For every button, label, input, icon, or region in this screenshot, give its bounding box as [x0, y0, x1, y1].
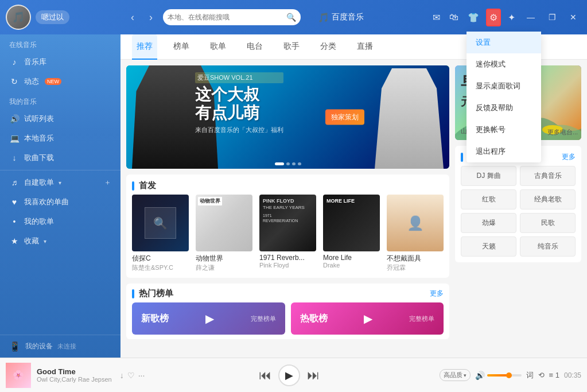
- new-chart-title: 新歌榜: [141, 313, 169, 325]
- firstrelease-title: 首发: [139, 180, 156, 191]
- album-item-4[interactable]: 👤 不想戴面具 乔冠霖: [387, 195, 444, 272]
- hot-chart-link[interactable]: 完整榜单: [409, 315, 434, 323]
- tab-recommend[interactable]: 推荐: [132, 34, 157, 60]
- category-btn-7[interactable]: 纯音乐: [520, 236, 576, 257]
- tab-charts[interactable]: 榜单: [169, 34, 194, 60]
- cover-morelife-label: MORE LIFE: [326, 198, 376, 204]
- brand-name: 百度音乐: [332, 12, 364, 22]
- forward-button[interactable]: ›: [145, 9, 157, 26]
- dropdown-item-lyrics[interactable]: 显示桌面歌词: [467, 75, 541, 97]
- lyrics-button[interactable]: 词: [526, 370, 534, 381]
- volume-thumb[interactable]: [506, 372, 512, 378]
- playlist-button[interactable]: ≡ 1: [549, 371, 559, 379]
- minimize-button[interactable]: —: [522, 10, 539, 24]
- dropdown-item-account[interactable]: 更换帐号: [467, 119, 541, 141]
- next-button[interactable]: ⏭: [307, 368, 320, 383]
- sidebar-favorites-label: 我喜欢的单曲: [24, 197, 69, 207]
- volume-speaker-icon[interactable]: 🔊: [475, 371, 485, 380]
- hot-chart-card[interactable]: 热歌榜 ▶ 完整榜单: [291, 302, 444, 335]
- radio-more-text: 更多电台...: [547, 129, 578, 135]
- title-bar-left: 🎵 嗯过以: [6, 5, 126, 30]
- new-chart-play-icon[interactable]: ▶: [205, 312, 214, 325]
- category-btn-2[interactable]: 红歌: [461, 189, 516, 209]
- search-input[interactable]: [168, 13, 284, 21]
- album-cover-2: PINK FLOYD THE EARLY YEARS 1971 REVERBER…: [259, 195, 316, 251]
- album-artist-2: Pink Floyd: [259, 262, 316, 269]
- hot-chart-play-icon[interactable]: ▶: [364, 312, 372, 325]
- prev-button[interactable]: ⏮: [259, 368, 271, 383]
- username-label[interactable]: 嗯过以: [36, 10, 69, 24]
- dropdown-item-quit[interactable]: 退出程序: [467, 141, 541, 162]
- banner-subtitle: 来自百度音乐的「大叔控」福利: [195, 126, 283, 134]
- dropdown-item-mini[interactable]: 迷你模式: [467, 53, 541, 75]
- album-name-0: 侦探C: [132, 254, 189, 263]
- search-bar: 🔍: [163, 9, 301, 25]
- tab-live[interactable]: 直播: [352, 34, 378, 60]
- new-chart-link[interactable]: 完整榜单: [251, 315, 276, 323]
- hotcharts-more[interactable]: 更多: [430, 289, 444, 298]
- quality-label: 高品质: [444, 371, 462, 379]
- skin-icon[interactable]: 👕: [465, 10, 481, 25]
- cover-text-line4-2: REVERBER/ATION: [263, 218, 313, 223]
- close-button[interactable]: ✕: [565, 10, 581, 24]
- hero-banner[interactable]: 爱豆SHOW VOL.21 这个大叔 有点儿萌 来自百度音乐的「大叔控」福利 独…: [126, 65, 449, 169]
- add-playlist-button[interactable]: ＋: [104, 177, 111, 188]
- settings-icon[interactable]: ⚙: [486, 9, 501, 26]
- sidebar-item-favorites[interactable]: ♥ 我喜欢的单曲: [0, 192, 120, 212]
- new-chart-card[interactable]: 新歌榜 ▶ 完整榜单: [132, 302, 285, 335]
- sidebar-item-download[interactable]: ↓ 歌曲下载: [0, 148, 120, 168]
- title-bar-right: ✉ 🛍 👕 ⚙ ✦ — ❐ ✕: [430, 9, 581, 26]
- cover-content-0: 🔍: [132, 195, 189, 251]
- album-item-2[interactable]: PINK FLOYD THE EARLY YEARS 1971 REVERBER…: [259, 195, 316, 272]
- cover-label-1: 动物世界: [198, 197, 222, 205]
- sidebar-item-dynamics[interactable]: ↻ 动态 NEW: [0, 72, 120, 91]
- recommend-section: 推荐分类 更多 DJ 舞曲 古典音乐 红歌 经典老歌 劲爆 民歌 天籁: [455, 146, 581, 262]
- recommend-more[interactable]: 更多: [562, 152, 576, 162]
- dropdown-item-feedback[interactable]: 反馈及帮助: [467, 97, 541, 119]
- category-btn-3[interactable]: 经典老歌: [520, 189, 576, 209]
- tab-playlists[interactable]: 歌单: [205, 34, 231, 60]
- shop-icon[interactable]: 🛍: [447, 10, 461, 25]
- album-cover-3: MORE LIFE: [323, 195, 380, 251]
- search-icon[interactable]: 🔍: [286, 13, 296, 22]
- category-btn-5[interactable]: 民歌: [520, 213, 576, 233]
- loop-button[interactable]: ⟲: [538, 371, 545, 379]
- musiclib-icon: ♪: [9, 57, 20, 67]
- album-item-0[interactable]: 🔍 侦探C 陈楚生&SPY.C: [132, 195, 189, 272]
- sidebar-item-collection[interactable]: ★ 收藏 ▾: [0, 231, 120, 251]
- more-options-icon[interactable]: ···: [138, 371, 145, 380]
- sidebar-item-myplaylist[interactable]: • 我的歌单: [0, 212, 120, 231]
- player-extra-controls: 词 ⟲ ≡ 1: [526, 370, 559, 381]
- back-button[interactable]: ‹: [126, 9, 139, 26]
- album-item-3[interactable]: MORE LIFE More Life Drake: [323, 195, 380, 272]
- sidebar-item-trial[interactable]: 🔊 试听列表: [0, 109, 120, 129]
- tab-categories[interactable]: 分类: [316, 34, 341, 60]
- avatar[interactable]: 🎵: [6, 5, 31, 30]
- play-button[interactable]: ▶: [278, 364, 300, 386]
- album-grid: 🔍 侦探C 陈楚生&SPY.C: [132, 195, 444, 272]
- sidebar-item-playlist-section[interactable]: ♬ 自建歌单 ▾ ＋: [0, 173, 120, 192]
- volume-area: 🔊: [475, 371, 522, 380]
- tab-radio[interactable]: 电台: [242, 34, 267, 60]
- more-icon[interactable]: ✦: [506, 10, 518, 25]
- category-btn-6[interactable]: 天籁: [461, 236, 516, 257]
- category-btn-4[interactable]: 劲爆: [461, 213, 516, 233]
- dropdown-item-settings[interactable]: 设置: [467, 32, 541, 53]
- cover-content-3: MORE LIFE: [323, 195, 380, 207]
- favorite-song-icon[interactable]: ♡: [127, 371, 135, 380]
- category-btn-0[interactable]: DJ 舞曲: [461, 166, 516, 186]
- sidebar-myplaylist-label: 我的歌单: [24, 216, 54, 227]
- tab-artists[interactable]: 歌手: [279, 34, 304, 60]
- category-btn-1[interactable]: 古典音乐: [520, 166, 576, 186]
- album-item-1[interactable]: 动物世界 动物世界 薛之谦: [196, 195, 252, 272]
- download-song-icon[interactable]: ↓: [120, 371, 124, 380]
- volume-bar[interactable]: [487, 374, 522, 377]
- sidebar-item-musiclib[interactable]: ♪ 音乐库: [0, 52, 120, 72]
- quality-button[interactable]: 高品质 ▾: [440, 369, 471, 381]
- radio-more-link[interactable]: 更多电台...: [547, 126, 578, 137]
- restore-button[interactable]: ❐: [544, 10, 561, 24]
- sidebar-item-local[interactable]: 💻 本地音乐: [0, 129, 120, 148]
- mail-icon[interactable]: ✉: [430, 10, 442, 25]
- album-artist-1: 薛之谦: [196, 263, 252, 272]
- app-window: 🎵 嗯过以 ‹ › 🔍 🎵 百度音乐 ✉ 🛍 👕 ⚙ ✦ — ❐ ✕: [0, 0, 587, 392]
